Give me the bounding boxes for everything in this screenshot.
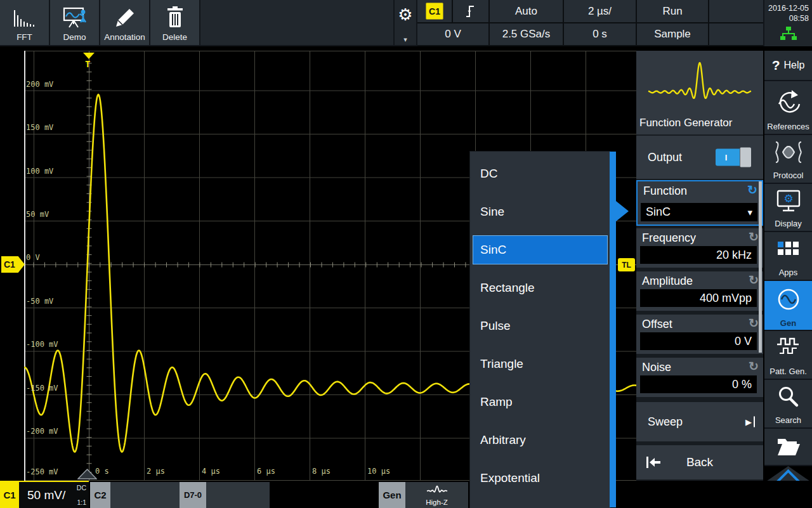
channel-bar: C1 50 mV/ DC 1:1 C2 D7-0 Gen High-Z [0,481,812,508]
references-icon [764,89,812,115]
function-value: SinC [646,205,671,219]
references-label: References [764,122,812,131]
trigger-source-cell[interactable]: C1 [417,0,452,22]
output-row: Output I [636,136,763,179]
svg-text:⚙: ⚙ [783,193,793,205]
v-scale-label: -50 mV [26,297,53,306]
sidebar-item-gen-active[interactable]: Gen [764,281,812,330]
channel1-info[interactable]: 50 mV/ DC 1:1 [19,482,89,508]
function-dropdown-menu: DC Sine SinC Rectangle Pulse Triangle Ra… [469,151,610,508]
sidebar-item-search[interactable]: Search [764,380,812,427]
menu-item-expotential[interactable]: Expotential [470,459,610,497]
panel-scrollbar[interactable] [759,181,762,353]
sidebar-item-protocol[interactable]: Protocol [764,135,812,183]
menu-item-arbitrary[interactable]: Arbitrary [470,421,610,459]
noise-group: Noise ↻ 0 % [636,358,763,397]
generator-sine-icon [764,285,812,315]
reset-icon[interactable]: ↻ [749,316,759,330]
offset-value-field[interactable]: 0 V [640,332,757,350]
menu-item-sinc-selected[interactable]: SinC [470,231,610,269]
sidebar-item-help[interactable]: ? Help [764,51,812,80]
generator-badge[interactable]: Gen [379,482,405,508]
gen-sinc-icon [426,485,449,493]
demo-label: Demo [50,32,99,42]
delete-label: Delete [150,32,199,42]
sidebar-item-display[interactable]: ⚙ Display [764,184,812,231]
trigger-level-marker[interactable]: TL [618,258,635,271]
digital-channels-info[interactable] [206,482,270,508]
delete-button[interactable]: Delete [150,0,199,45]
reset-icon[interactable]: ↻ [749,273,759,287]
trigger-mode-cell[interactable]: Auto [490,0,563,22]
menu-item-sine[interactable]: Sine [470,193,610,231]
offset-label: Offset [642,318,672,331]
reset-icon[interactable]: ↻ [749,359,759,374]
display-label: Display [764,219,812,228]
reset-icon[interactable]: ↻ [749,230,759,244]
trigger-t-glyph: T [85,59,90,69]
menu-item-ramp[interactable]: Ramp [470,383,610,421]
sidebar-item-pattern-generator[interactable]: Patt. Gen. [764,331,812,379]
toggle-on-glyph: I [716,149,737,166]
v-scale-label: 150 mV [26,123,53,132]
menu-item-triangle[interactable]: Triangle [470,345,610,383]
v-scale-label: 100 mV [26,167,53,176]
sweep-row[interactable]: Sweep ▶ [636,402,763,441]
horizontal-position-cell[interactable]: 0 s [564,23,636,45]
settings-menu-button[interactable]: ⚙ ▾ [395,0,416,45]
sidebar-item-apps[interactable]: Apps [764,232,812,280]
dropdown-arrow-icon: ▾ [395,36,416,44]
trigger-arrow-icon [83,53,95,59]
sidebar-item-file-browser[interactable] [764,429,812,465]
demo-button[interactable]: Demo [50,0,99,45]
channel1-scale: 50 mV/ [27,488,65,502]
v-scale-label: -100 mV [26,340,58,349]
search-icon [764,384,812,410]
channel1-badge[interactable]: C1 [0,482,19,508]
sidebar-item-references[interactable]: References [764,81,812,134]
function-combobox[interactable]: SinC ▾ [641,203,757,221]
fft-button[interactable]: FFT [0,0,49,45]
sample-rate-cell[interactable]: 2.5 GSa/s [490,23,563,45]
toggle-knob[interactable] [740,148,751,167]
menu-item-rectangle[interactable]: Rectangle [470,269,610,307]
channel2-badge[interactable]: C2 [90,482,110,508]
function-label: Function [643,185,687,198]
timebase-cell[interactable]: 2 µs/ [564,0,636,22]
frequency-value-field[interactable]: 20 kHz [640,246,757,264]
rising-edge-icon [464,4,477,19]
annotation-label: Annotation [100,32,149,42]
gen-impedance: High-Z [405,498,468,506]
trigger-level-cell[interactable]: 0 V [417,23,488,45]
generator-info[interactable]: High-Z [405,482,468,508]
trigger-position-marker[interactable]: T [83,53,95,69]
reset-icon[interactable]: ↻ [747,183,757,197]
menu-scrollbar[interactable] [610,152,616,507]
trigger-time-marker[interactable] [77,469,97,479]
fft-label: FFT [0,32,49,42]
panel-header: Function Generator [636,51,763,134]
amplitude-value-field[interactable]: 400 mVpp [640,289,757,307]
top-toolbar: FFT Demo Annotation [0,0,812,46]
output-toggle[interactable]: I [716,149,747,166]
help-label: Help [783,60,804,71]
acquisition-mode-cell[interactable]: Sample [637,23,708,45]
menu-item-pulse[interactable]: Pulse [470,307,610,345]
v-scale-label: -150 mV [26,384,58,393]
pattern-generator-icon [764,335,812,361]
digital-channels-badge[interactable]: D7-0 [180,482,206,508]
channel2-info[interactable] [110,482,180,508]
noise-value-field[interactable]: 0 % [640,375,757,393]
acquisition-state-cell[interactable]: Run [637,0,708,22]
menu-item-dc[interactable]: DC [470,155,610,193]
trigger-slope-cell[interactable] [453,0,488,22]
fft-spectrum-icon [0,6,49,30]
t-scale-label: 10 µs [367,467,390,476]
v-scale-label: -250 mV [26,467,58,476]
annotation-button[interactable]: Annotation [100,0,149,45]
expand-right-icon: ▶ [745,417,755,427]
protocol-icon [764,140,812,165]
t-scale-label: 8 µs [312,467,331,476]
back-button[interactable]: Back [636,445,763,479]
channel1-level-marker[interactable]: C1 [1,256,25,273]
